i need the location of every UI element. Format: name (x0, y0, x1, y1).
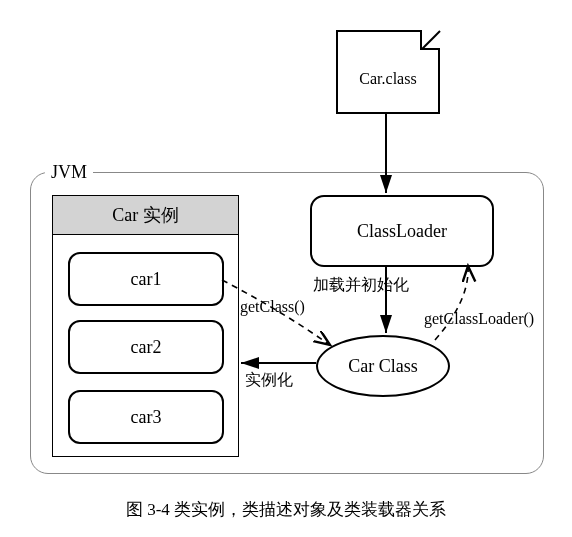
edge-label-getclass: getClass() (240, 298, 305, 316)
instance-car1: car1 (68, 252, 224, 306)
jvm-label: JVM (45, 162, 93, 183)
edge-label-getloader: getClassLoader() (424, 310, 534, 328)
file-label: Car.class (338, 70, 438, 88)
file-node: Car.class (336, 30, 440, 114)
instance-car2: car2 (68, 320, 224, 374)
classloader-node: ClassLoader (310, 195, 494, 267)
diagram-canvas: Car.class JVM Car 实例 car1 car2 car3 Clas… (0, 0, 572, 537)
figure-caption: 图 3-4 类实例，类描述对象及类装载器关系 (0, 498, 572, 521)
instances-title: Car 实例 (53, 196, 238, 235)
edge-label-instantiate: 实例化 (245, 370, 293, 391)
carclass-node: Car Class (316, 335, 450, 397)
instance-car3: car3 (68, 390, 224, 444)
edge-label-load: 加载并初始化 (313, 275, 409, 296)
